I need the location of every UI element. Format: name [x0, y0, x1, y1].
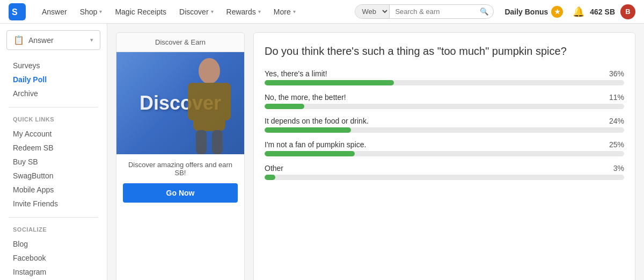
- poll-question: Do you think there's such a thing as "to…: [265, 44, 624, 59]
- poll-option-pct-1: 11%: [609, 93, 624, 102]
- sidebar-item-buy-sb[interactable]: Buy SB: [0, 155, 107, 169]
- sidebar-item-mobile-apps[interactable]: Mobile Apps: [0, 183, 107, 197]
- poll-option-4: Other 3%: [265, 164, 624, 180]
- svg-rect-6: [196, 130, 207, 154]
- poll-option-label-4: Other: [265, 164, 283, 173]
- sidebar-item-redeem-sb[interactable]: Redeem SB: [0, 141, 107, 155]
- promo-card: Discover & Earn Discover Discover amazin…: [116, 32, 245, 280]
- promo-description: Discover amazing offers and earn SB!: [116, 154, 244, 183]
- poll-option-label-2: It depends on the food or drink.: [265, 117, 369, 125]
- poll-option-0: Yes, there's a limit! 36%: [265, 69, 624, 85]
- svg-rect-7: [212, 130, 223, 154]
- search-button[interactable]: 🔍: [475, 5, 493, 18]
- nav-items: Answer Shop ▾ Magic Receipts Discover ▾ …: [36, 4, 348, 19]
- poll-option-label-0: Yes, there's a limit!: [265, 69, 327, 78]
- poll-bar-bg-3: [265, 151, 624, 156]
- svg-point-2: [199, 58, 220, 84]
- poll-bar-bg-2: [265, 127, 624, 133]
- poll-bar-bg-1: [265, 104, 624, 109]
- sidebar-main-links: Surveys Daily Poll Archive: [0, 56, 107, 103]
- sidebar-item-daily-poll[interactable]: Daily Poll: [0, 73, 107, 87]
- poll-section: Do you think there's such a thing as "to…: [253, 32, 635, 280]
- sidebar-divider: [9, 107, 98, 107]
- poll-bar-fill-1: [265, 104, 304, 109]
- search-box: Web 🔍: [355, 4, 494, 19]
- sidebar-socialize-links: Blog Facebook Instagram Pinterest: [0, 235, 107, 280]
- chevron-down-icon: ▾: [90, 37, 93, 44]
- poll-option-pct-0: 36%: [609, 69, 624, 78]
- sidebar-item-instagram[interactable]: Instagram: [0, 265, 107, 279]
- daily-bonus-icon: ★: [551, 6, 563, 18]
- sidebar-item-facebook[interactable]: Facebook: [0, 251, 107, 265]
- daily-bonus-button[interactable]: Daily Bonus ★: [500, 4, 567, 20]
- sidebar-item-archive[interactable]: Archive: [0, 87, 107, 100]
- chevron-down-icon: ▾: [211, 9, 214, 15]
- nav-right: Daily Bonus ★ 🔔 462 SB B: [500, 4, 635, 20]
- sidebar-item-surveys[interactable]: Surveys: [0, 59, 107, 73]
- nav-item-shop[interactable]: Shop ▾: [75, 4, 108, 19]
- poll-option-label-3: I'm not a fan of pumpkin spice.: [265, 140, 366, 149]
- poll-bar-fill-3: [265, 151, 355, 156]
- poll-option-pct-4: 3%: [613, 164, 624, 173]
- sidebar-item-invite-friends[interactable]: Invite Friends: [0, 197, 107, 211]
- poll-bar-bg-4: [265, 175, 624, 180]
- poll-bar-fill-0: [265, 80, 394, 85]
- nav-item-magic-receipts[interactable]: Magic Receipts: [109, 4, 172, 19]
- chevron-down-icon: ▾: [99, 9, 102, 15]
- chevron-down-icon: ▾: [293, 9, 296, 15]
- top-nav: S Answer Shop ▾ Magic Receipts Discover …: [0, 0, 644, 24]
- chevron-down-icon: ▾: [258, 9, 261, 15]
- svg-rect-5: [220, 83, 231, 120]
- poll-options: Yes, there's a limit! 36% No, the more, …: [265, 69, 624, 180]
- poll-bar-fill-2: [265, 127, 351, 133]
- sidebar-quick-links: My Account Redeem SB Buy SB SwagButton M…: [0, 125, 107, 213]
- poll-bar-fill-4: [265, 175, 275, 180]
- avatar[interactable]: B: [620, 4, 635, 19]
- nav-item-discover[interactable]: Discover ▾: [174, 4, 218, 19]
- poll-bar-bg-0: [265, 80, 624, 85]
- sb-balance: 462 SB: [590, 8, 615, 16]
- promo-person-silhouette: [182, 55, 236, 154]
- sidebar-divider-2: [9, 217, 98, 218]
- logo[interactable]: S: [9, 3, 26, 20]
- promo-go-now-button[interactable]: Go Now: [123, 183, 238, 203]
- sidebar: 📋 Answer ▾ Surveys Daily Poll Archive QU…: [0, 24, 107, 280]
- svg-rect-4: [188, 83, 199, 120]
- sidebar-item-blog[interactable]: Blog: [0, 237, 107, 251]
- answer-dropdown-button[interactable]: 📋 Answer ▾: [6, 30, 100, 50]
- search-input[interactable]: [390, 5, 475, 18]
- poll-option-pct-2: 24%: [609, 117, 624, 125]
- search-type-select[interactable]: Web: [355, 5, 390, 18]
- socialize-label: SOCIALIZE: [0, 222, 107, 235]
- sidebar-item-my-account[interactable]: My Account: [0, 127, 107, 141]
- main-content: Discover & Earn Discover Discover amazin…: [107, 24, 644, 280]
- poll-option-3: I'm not a fan of pumpkin spice. 25%: [265, 140, 624, 156]
- notifications-icon[interactable]: 🔔: [573, 6, 584, 18]
- poll-option-1: No, the more, the better! 11%: [265, 93, 624, 109]
- sidebar-item-swagbutton[interactable]: SwagButton: [0, 169, 107, 183]
- poll-option-2: It depends on the food or drink. 24%: [265, 117, 624, 133]
- nav-item-more[interactable]: More ▾: [268, 4, 301, 19]
- nav-item-rewards[interactable]: Rewards ▾: [221, 4, 266, 19]
- page-layout: 📋 Answer ▾ Surveys Daily Poll Archive QU…: [0, 24, 644, 280]
- quick-links-label: QUICK LINKS: [0, 112, 107, 125]
- promo-card-header: Discover & Earn: [116, 33, 244, 52]
- svg-text:S: S: [12, 8, 18, 17]
- poll-option-label-1: No, the more, the better!: [265, 93, 346, 102]
- nav-item-answer[interactable]: Answer: [36, 4, 72, 19]
- poll-option-pct-3: 25%: [609, 140, 624, 149]
- promo-image: Discover: [116, 52, 244, 154]
- clipboard-icon: 📋: [13, 35, 24, 45]
